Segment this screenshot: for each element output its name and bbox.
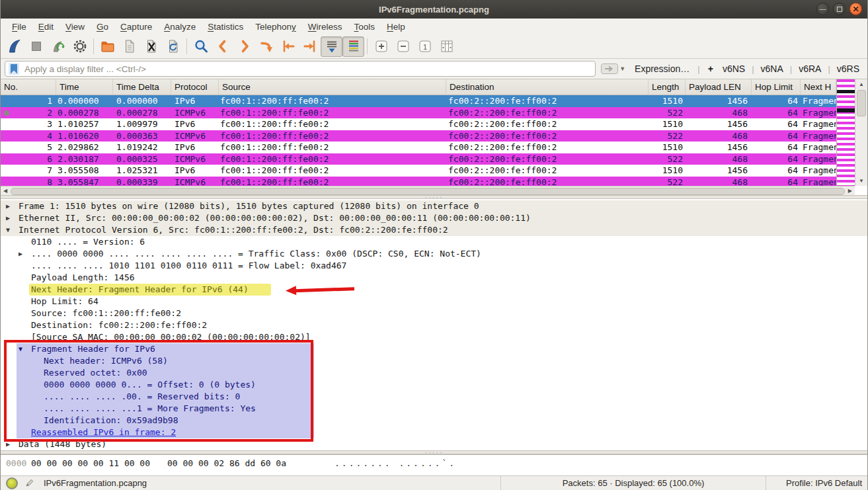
detail-line[interactable]: [Source SA MAC: 00:00:00_00:00:02 (00:00…: [1, 331, 867, 343]
packet-row-8[interactable]: 83.0558470.000339ICMPv6fc00:1::200:ff:fe…: [1, 177, 867, 186]
menu-item-file[interactable]: File: [6, 20, 32, 34]
normal-size-button[interactable]: 1: [414, 36, 436, 57]
detail-line[interactable]: 0110 .... = Version: 6: [1, 236, 867, 248]
detail-line[interactable]: .... .... .... .00. = Reserved bits: 0: [1, 391, 867, 403]
packet-row-5[interactable]: 52.0298621.019242IPv6fc00:1::200:ff:fe00…: [1, 142, 867, 153]
column-header-time[interactable]: Time: [56, 79, 113, 95]
packet-row-2[interactable]: 20.0002780.000278ICMPv6fc00:1::200:ff:fe…: [1, 107, 867, 119]
filter-shortcut-v6rs[interactable]: v6RS: [833, 63, 863, 74]
vertical-scrollbar[interactable]: ▲ ▼: [855, 79, 867, 186]
open-file-button[interactable]: [97, 36, 118, 57]
apply-dropdown-caret[interactable]: ▼: [619, 65, 625, 72]
column-header-next-h[interactable]: Next H: [801, 79, 836, 95]
menu-item-help[interactable]: Help: [381, 20, 411, 34]
detail-line[interactable]: ▶Frame 1: 1510 bytes on wire (12080 bits…: [1, 200, 867, 212]
detail-line[interactable]: ▶Ethernet II, Src: 00:00:00_00:00:02 (00…: [1, 212, 867, 224]
column-header-time-delta[interactable]: Time Delta: [113, 79, 171, 95]
column-header-protocol[interactable]: Protocol: [171, 79, 219, 95]
packet-row-4[interactable]: 41.0106200.000363ICMPv6fc00:1::200:ff:fe…: [1, 130, 867, 142]
scroll-right-arrow[interactable]: ▶: [848, 188, 852, 194]
find-packet-button[interactable]: [190, 36, 212, 57]
packet-list-scrollbar-minimap[interactable]: [836, 79, 855, 186]
menu-item-tools[interactable]: Tools: [348, 20, 381, 34]
hex-bytes-group1[interactable]: 00 00 00 00 00 11 00 00: [31, 458, 150, 468]
detail-line[interactable]: Source: fc00:1::200:ff:fe00:2: [1, 307, 867, 319]
detail-line[interactable]: .... .... .... ...1 = More Fragments: Ye…: [1, 403, 867, 415]
detail-line[interactable]: Reassembled IPv6 in frame: 2: [1, 427, 867, 438]
scroll-left-arrow[interactable]: ◀: [3, 188, 7, 194]
filter-shortcut-add[interactable]: +: [703, 63, 719, 74]
detail-line[interactable]: .... .... .... 1010 1101 0100 0110 0111 …: [1, 260, 867, 272]
auto-scroll-button[interactable]: [321, 36, 342, 57]
close-file-button[interactable]: [140, 36, 162, 57]
collapse-icon[interactable]: ▼: [19, 343, 31, 355]
apply-filter-button[interactable]: ▼: [601, 63, 625, 74]
packet-row-7[interactable]: 73.0555081.025321IPv6fc00:1::200:ff:fe00…: [1, 165, 867, 177]
hex-bytes-group2[interactable]: 00 00 00 02 86 dd 60 0a: [167, 458, 286, 468]
zoom-out-button[interactable]: [392, 36, 414, 57]
title-bar[interactable]: IPv6Fragmentation.pcapng — ✕: [1, 0, 867, 19]
expand-icon[interactable]: ▶: [6, 438, 19, 450]
detail-line[interactable]: Reserved octet: 0x00: [1, 367, 867, 379]
reload-file-button[interactable]: [162, 36, 184, 57]
vertical-scroll-handle[interactable]: [857, 90, 866, 116]
go-forward-button[interactable]: [233, 36, 255, 57]
display-filter-field[interactable]: [5, 61, 596, 77]
detail-line[interactable]: Identification: 0x59ad9b98: [1, 415, 867, 427]
go-first-packet-button[interactable]: [277, 36, 299, 57]
menu-item-telephony[interactable]: Telephony: [249, 20, 302, 34]
menu-item-statistics[interactable]: Statistics: [202, 20, 249, 34]
save-file-button[interactable]: [118, 36, 140, 57]
minimize-button[interactable]: —: [816, 3, 829, 15]
capture-options-button[interactable]: [69, 36, 91, 57]
reassembled-link[interactable]: Reassembled IPv6 in frame: 2: [31, 427, 176, 438]
column-header-hop-limit[interactable]: Hop Limit: [752, 79, 801, 95]
expand-icon[interactable]: ▶: [19, 248, 31, 260]
expert-info-icon[interactable]: [6, 477, 18, 489]
detail-line[interactable]: Destination: fc00:2::200:fe:ff00:2: [1, 319, 867, 331]
menu-item-view[interactable]: View: [59, 20, 91, 34]
expand-icon[interactable]: ▶: [6, 200, 19, 212]
menu-item-wireless[interactable]: Wireless: [302, 20, 348, 34]
close-button[interactable]: ✕: [849, 3, 862, 15]
start-capture-button[interactable]: [3, 36, 25, 57]
maximize-button[interactable]: [833, 3, 846, 15]
display-filter-input[interactable]: [23, 63, 592, 75]
scroll-up-arrow[interactable]: ▲: [859, 81, 864, 87]
detail-line[interactable]: Hop Limit: 64: [1, 296, 867, 307]
filter-shortcut-v6ra[interactable]: v6RA: [795, 63, 825, 74]
hex-ascii[interactable]: ........ ......`.: [335, 458, 456, 468]
menu-item-go[interactable]: Go: [91, 20, 114, 34]
packet-row-6[interactable]: 62.0301870.000325ICMPv6fc00:1::200:ff:fe…: [1, 153, 867, 165]
hex-dump-pane[interactable]: 0000 00 00 00 00 00 11 00 00 00 00 00 02…: [1, 454, 867, 475]
filter-bookmark-icon[interactable]: [9, 63, 19, 75]
restart-capture-button[interactable]: [47, 36, 69, 57]
go-to-packet-button[interactable]: [255, 36, 277, 57]
menu-item-capture[interactable]: Capture: [114, 20, 158, 34]
expression-button[interactable]: Expression…: [629, 63, 695, 74]
go-last-packet-button[interactable]: [299, 36, 321, 57]
menu-item-edit[interactable]: Edit: [32, 20, 59, 34]
column-header-payload-len[interactable]: Payload LEN: [686, 79, 752, 95]
menu-item-analyze[interactable]: Analyze: [158, 20, 202, 34]
go-back-button[interactable]: [212, 36, 233, 57]
scroll-down-arrow[interactable]: ▼: [859, 178, 864, 184]
column-header-no-[interactable]: No.: [1, 79, 56, 95]
column-header-length[interactable]: Length: [649, 79, 686, 95]
detail-line[interactable]: ▶.... 0000 0000 .... .... .... .... ....…: [1, 248, 867, 260]
detail-line[interactable]: ▼Internet Protocol Version 6, Src: fc00:…: [1, 224, 867, 236]
zoom-in-button[interactable]: [370, 36, 392, 57]
expand-icon[interactable]: ▶: [6, 212, 19, 224]
resize-columns-button[interactable]: [436, 36, 457, 57]
column-header-destination[interactable]: Destination: [446, 79, 649, 95]
packet-row-1[interactable]: 10.0000000.000000IPv6fc00:1::200:ff:fe00…: [1, 95, 867, 107]
filter-shortcut-v6na[interactable]: v6NA: [757, 63, 787, 74]
collapse-icon[interactable]: ▼: [6, 224, 19, 236]
detail-line[interactable]: Next Header: Fragment Header for IPv6 (4…: [1, 284, 867, 296]
stop-capture-button[interactable]: [25, 36, 47, 57]
column-header-source[interactable]: Source: [219, 79, 446, 95]
detail-line[interactable]: ▼Fragment Header for IPv6: [1, 343, 867, 355]
detail-line[interactable]: Payload Length: 1456: [1, 272, 867, 284]
packet-row-3[interactable]: 31.0102571.009979IPv6fc00:1::200:ff:fe00…: [1, 118, 867, 130]
detail-line[interactable]: 0000 0000 0000 0... = Offset: 0 (0 bytes…: [1, 379, 867, 391]
